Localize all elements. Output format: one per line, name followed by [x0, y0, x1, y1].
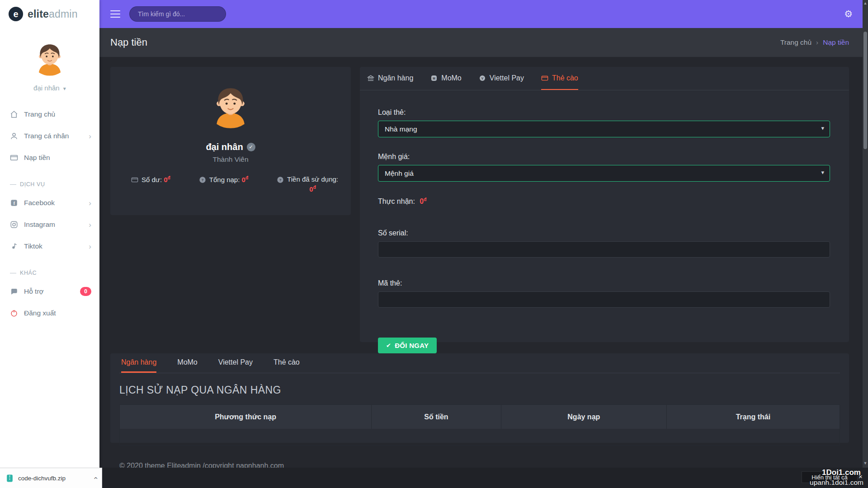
- sidebar-item-label: Instagram: [24, 221, 55, 229]
- history-tab-ngan-hang[interactable]: Ngân hàng: [121, 353, 156, 373]
- tab-viettel-pay[interactable]: V Viettel Pay: [479, 67, 524, 90]
- svg-text:?: ?: [279, 178, 282, 182]
- sidebar-item-trang-ca-nhan[interactable]: Trang cá nhân ›: [0, 125, 99, 147]
- history-tabs: Ngân hàng MoMo Viettel Pay Thẻ cào: [119, 353, 840, 373]
- sidebar-item-ho-tro[interactable]: Hỗ trợ 0: [0, 281, 99, 302]
- avatar: [30, 40, 69, 79]
- download-file-name: code-dichvufb.zip: [18, 475, 66, 482]
- viettel-pay-icon: V: [479, 75, 486, 82]
- column-header: Phương thức nạp: [120, 405, 372, 429]
- instagram-icon: [10, 221, 18, 229]
- chevron-right-icon: ›: [89, 243, 91, 250]
- hamburger-menu-icon[interactable]: [110, 10, 120, 18]
- history-tab-viettel-pay[interactable]: Viettel Pay: [218, 353, 253, 373]
- column-header: Ngày nạp: [501, 405, 667, 429]
- sidebar-section-khac: KHÁC: [0, 270, 99, 276]
- breadcrumb: Trang chủ › Nạp tiền: [780, 38, 849, 47]
- tab-momo[interactable]: M MoMo: [430, 67, 461, 90]
- gear-icon[interactable]: ⚙: [844, 9, 853, 19]
- serial-input[interactable]: [378, 241, 830, 258]
- tab-label: Thẻ cào: [552, 74, 578, 82]
- receive-amount-line: Thực nhận: 0đ: [378, 197, 830, 206]
- history-tab-the-cao[interactable]: Thẻ cào: [274, 353, 300, 373]
- app: e eliteadmin đại nhân: [0, 0, 868, 488]
- sidebar-menu: Trang chủ Trang cá nhân › Nạp tiền DỊCH …: [0, 103, 99, 324]
- chevron-right-icon: ›: [89, 132, 91, 140]
- card-code-label: Mã thẻ:: [378, 279, 830, 287]
- brand-logo[interactable]: e eliteadmin: [0, 0, 99, 28]
- tab-label: Ngân hàng: [378, 74, 413, 82]
- sidebar-item-dang-xuat[interactable]: Đăng xuất: [0, 302, 99, 324]
- card-type-label: Loại thẻ:: [378, 108, 830, 117]
- sidebar-item-trang-chu[interactable]: Trang chủ: [0, 103, 99, 125]
- sidebar-item-label: Hỗ trợ: [24, 287, 44, 296]
- power-icon: [10, 309, 18, 317]
- column-header: Trạng thái: [667, 405, 840, 429]
- section-dash: [10, 273, 16, 273]
- verified-badge-icon: ✓: [247, 143, 255, 151]
- history-title: LỊCH SỬ NẠP QUA NGÂN HÀNG: [119, 384, 840, 396]
- topup-form: Loại thẻ: Nhà mạng ▾ Mệnh giá: Mệnh giá …: [360, 90, 849, 353]
- stat-tien-da-su-dung: ? Tiền đã sử dụng: 0đ: [277, 175, 338, 193]
- profile-role: Thành Viên: [110, 155, 351, 164]
- breadcrumb-home-link[interactable]: Trang chủ: [780, 38, 811, 47]
- bank-icon: [367, 75, 374, 82]
- sidebar-item-label: Trang chủ: [24, 110, 55, 118]
- coin-icon: ?: [277, 176, 284, 183]
- eliteadmin-logo-icon: e: [8, 6, 24, 22]
- user-dropdown[interactable]: đại nhân ▾: [0, 84, 99, 92]
- user-name-label: đại nhân: [33, 84, 60, 92]
- page-title: Nạp tiền: [110, 37, 147, 48]
- sidebar-item-tiktok[interactable]: Tiktok ›: [0, 235, 99, 257]
- user-icon: [10, 132, 18, 140]
- credit-card-icon: [10, 154, 18, 162]
- tab-the-cao[interactable]: Thẻ cào: [541, 67, 578, 90]
- chevron-right-icon: ›: [89, 221, 91, 229]
- column-header: Số tiền: [372, 405, 501, 429]
- submit-button[interactable]: ✔ ĐỔI NGAY: [378, 338, 437, 353]
- table-header-row: Phương thức nạp Số tiền Ngày nạp Trạng t…: [120, 405, 840, 429]
- sidebar-item-facebook[interactable]: f Facebook ›: [0, 192, 99, 214]
- scroll-up-icon[interactable]: ▲: [863, 1, 868, 5]
- sidebar-item-label: Tiktok: [24, 242, 42, 250]
- history-tab-momo[interactable]: MoMo: [177, 353, 197, 373]
- profile-card: đại nhân ✓ Thành Viên Số dư: 0đ ? Tổng n…: [110, 67, 351, 215]
- svg-text:M: M: [433, 76, 436, 80]
- sidebar-user-block: đại nhân ▾: [0, 40, 99, 92]
- page-header: Nạp tiền Trang chủ › Nạp tiền: [99, 28, 868, 57]
- tab-label: Viettel Pay: [490, 74, 524, 82]
- check-icon: ✔: [386, 342, 391, 349]
- home-icon: [10, 110, 18, 118]
- tab-ngan-hang[interactable]: Ngân hàng: [367, 67, 413, 90]
- stat-tong-nap: ? Tổng nạp: 0đ: [199, 175, 248, 183]
- search-input[interactable]: [129, 6, 226, 22]
- card-code-input[interactable]: [378, 291, 830, 308]
- credit-card-icon: [541, 75, 548, 82]
- brand-name: eliteadmin: [28, 8, 78, 20]
- chevron-right-icon: ›: [89, 199, 91, 207]
- history-table: Phương thức nạp Số tiền Ngày nạp Trạng t…: [119, 404, 840, 446]
- sidebar-item-instagram[interactable]: Instagram ›: [0, 214, 99, 235]
- sidebar: e eliteadmin đại nhân: [0, 0, 99, 488]
- denomination-select[interactable]: Mệnh giá: [378, 165, 830, 182]
- vertical-scrollbar[interactable]: ▲ ▼: [863, 0, 868, 468]
- card-type-select[interactable]: Nhà mạng: [378, 121, 830, 137]
- sidebar-section-dich-vu: DỊCH VỤ: [0, 181, 99, 188]
- breadcrumb-separator: ›: [816, 38, 818, 47]
- sidebar-item-label: Trang cá nhân: [24, 132, 69, 140]
- facebook-icon: f: [10, 199, 18, 207]
- chevron-down-icon: ▾: [63, 85, 66, 92]
- support-count-badge: 0: [80, 287, 91, 296]
- tiktok-icon: [10, 242, 18, 250]
- download-bar: code-dichvufb.zip ›: [0, 468, 868, 488]
- download-item[interactable]: code-dichvufb.zip ›: [0, 468, 102, 488]
- sidebar-item-nap-tien[interactable]: Nạp tiền: [0, 147, 99, 169]
- topup-tabs: Ngân hàng M MoMo V Viettel Pay Thẻ cào: [360, 67, 849, 90]
- section-dash: [10, 184, 16, 185]
- scrollbar-thumb[interactable]: [863, 32, 867, 149]
- sidebar-item-label: Nạp tiền: [24, 154, 50, 162]
- chevron-up-icon[interactable]: ›: [91, 477, 99, 479]
- coin-icon: ?: [199, 176, 206, 183]
- tab-label: MoMo: [441, 74, 461, 82]
- scroll-down-icon[interactable]: ▼: [863, 461, 868, 465]
